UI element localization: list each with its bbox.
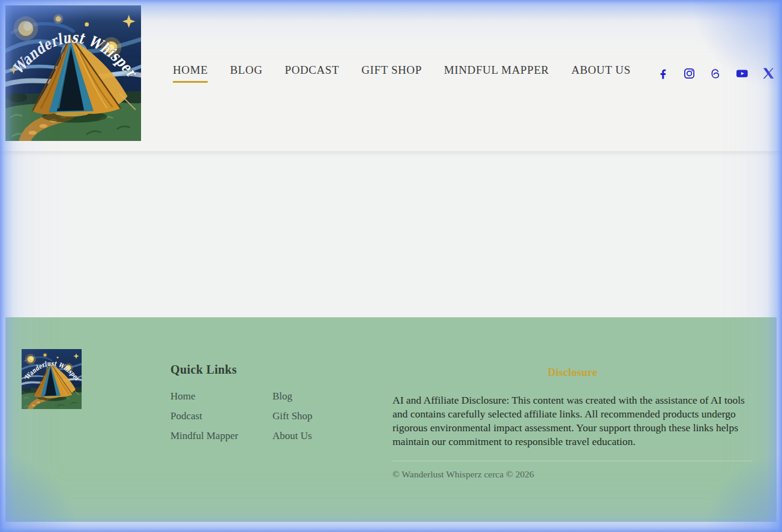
instagram-link[interactable] [683,67,696,80]
social-links [657,67,775,80]
nav-item-home[interactable]: HOME [173,64,208,83]
threads-icon [709,67,722,80]
site-header: HOME BLOG PODCAST GIFT SHOP MINDFUL MAPP… [0,0,782,151]
copyright-text: © Wanderlust Whisperz cerca © 2026 [393,469,753,480]
disclosure-text: AI and Affiliate Disclosure: This conten… [393,393,753,449]
quick-links-title: Quick Links [170,363,393,377]
footer-link-gift-shop[interactable]: Gift Shop [272,410,393,422]
footer-link-blog[interactable]: Blog [272,390,393,402]
quick-links-section: Quick Links Home Blog Podcast Gift Shop … [170,347,393,522]
nav-item-podcast[interactable]: PODCAST [284,64,339,81]
footer-link-home[interactable]: Home [170,390,272,402]
nav-item-about-us[interactable]: ABOUT US [571,64,631,81]
footer-logo-image[interactable] [22,349,82,409]
disclosure-section: Disclosure AI and Affiliate Disclosure: … [393,350,753,522]
instagram-icon [683,67,696,80]
youtube-icon [736,67,748,80]
footer-link-podcast[interactable]: Podcast [170,410,272,422]
x-link[interactable] [762,67,775,80]
site-footer: Quick Links Home Blog Podcast Gift Shop … [5,317,777,522]
site-logo-image[interactable] [5,5,141,141]
quick-links-list: Home Blog Podcast Gift Shop Mindful Mapp… [170,390,393,442]
footer-divider [393,461,753,461]
x-icon [762,67,775,80]
nav-item-gift-shop[interactable]: GIFT SHOP [361,64,422,81]
disclosure-title: Disclosure [393,366,753,379]
youtube-link[interactable] [736,67,748,80]
footer-link-mindful-mapper[interactable]: Mindful Mapper [170,429,272,442]
nav-item-mindful-mapper[interactable]: MINDFUL MAPPER [444,64,549,81]
threads-link[interactable] [709,67,722,80]
facebook-link[interactable] [657,67,669,80]
main-content-area [0,151,782,317]
main-nav: HOME BLOG PODCAST GIFT SHOP MINDFUL MAPP… [173,64,631,83]
footer-link-about-us[interactable]: About Us [272,429,393,442]
nav-item-blog[interactable]: BLOG [230,64,262,81]
facebook-icon [657,67,669,80]
